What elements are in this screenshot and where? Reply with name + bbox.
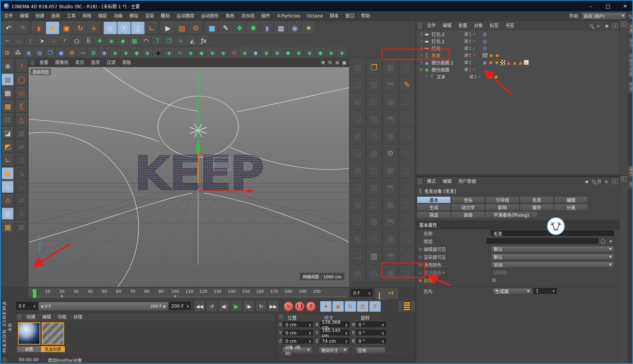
deformer-diamond-icon[interactable]: ◈ [218, 48, 228, 58]
menu-item-创建[interactable]: 创建 [23, 312, 39, 322]
interface-dropdown[interactable]: 启动 (用户)▼ [582, 12, 626, 20]
color-swatch[interactable] [493, 270, 507, 275]
sweep-icon[interactable]: ∿ [175, 36, 186, 46]
deformer-diamond-icon[interactable]: ◈ [240, 48, 250, 58]
cube-small-icon[interactable]: ❒ [164, 36, 175, 46]
tab-挑选[interactable]: 挑选 [417, 211, 451, 218]
range-max-spinner[interactable]: 200 F ▲▼ [169, 302, 191, 311]
palette-icon[interactable]: ◇ [399, 145, 415, 161]
menu-item-用户数据[interactable]: 用户数据 [455, 177, 480, 186]
material-thumbnail[interactable] [18, 322, 40, 345]
deformer-diamond-icon[interactable]: ◈ [337, 48, 347, 58]
search-icon[interactable] [592, 180, 595, 183]
object-row-细分曲面[interactable]: ⊟◉细分曲面✓ [416, 66, 619, 73]
help-icon[interactable]: ? [15, 60, 28, 72]
rotate-tool-icon[interactable]: ↻ [73, 22, 87, 34]
palette-icon[interactable]: ◻ [399, 231, 415, 247]
palette-icon[interactable]: ▧ [366, 145, 382, 161]
enabled-check-icon[interactable]: ✓ [472, 67, 477, 72]
camera-icon[interactable]: ◉ [288, 22, 301, 34]
menu-item-运动图形[interactable]: 运动图形 [197, 11, 222, 21]
disabled-tool-icon[interactable]: ⇄ [15, 140, 28, 153]
render-settings-icon[interactable]: ⚙ [189, 22, 202, 34]
z-axis-lock-icon[interactable]: Ⓩ [131, 22, 145, 34]
palette-icon[interactable]: ▤ [350, 94, 365, 110]
deformer-forbid-icon[interactable]: ⊘ [229, 48, 239, 58]
magnet-icon[interactable]: ∩ [1, 194, 14, 206]
menu-item-功能[interactable]: 功能 [54, 312, 70, 322]
object-tags[interactable]: ◎ [482, 46, 487, 51]
dock-tab-内容浏览器[interactable]: 内容浏览器 [627, 51, 633, 79]
palette-icon[interactable]: ❏ [350, 248, 365, 264]
animation-dot-icon[interactable]: ● [418, 278, 423, 283]
layer-pick-icon[interactable]: ➤ [608, 238, 614, 244]
palette-icon[interactable]: ▤ [350, 265, 365, 281]
light-icon[interactable]: ☀ [302, 22, 315, 34]
key-rotation-button[interactable]: ↻ [345, 301, 356, 312]
axis-mode-icon[interactable]: ∟ [1, 154, 14, 166]
palette-icon[interactable]: ◫ [366, 265, 382, 281]
hatch-tag-icon[interactable] [482, 53, 488, 58]
menu-item-编辑[interactable]: 编辑 [39, 312, 54, 322]
deformer-diamond-icon[interactable]: ◈ [261, 48, 272, 58]
deformer-diamond-icon[interactable]: ◈ [272, 48, 282, 58]
object-name[interactable]: 细分曲面 [431, 66, 464, 73]
current-frame-field[interactable]: 0 F ▲▼ [351, 289, 373, 297]
menu-item-模式[interactable]: 模式 [424, 177, 439, 186]
spline-pen-icon[interactable]: ◠ [140, 36, 152, 46]
dock-tab-场次[interactable]: 场次 [627, 37, 633, 51]
gear-orange-icon[interactable]: ⚙ [2, 48, 12, 58]
tab-生成[interactable]: 生成 [417, 204, 451, 211]
menu-item-对象[interactable]: 对象 [471, 21, 486, 31]
object-row-灯光.2[interactable]: ├▬灯光.2✓◎ [416, 31, 619, 38]
position-mode-dropdown[interactable]: 对象 (相对)▼ [282, 347, 312, 353]
object-tags[interactable]: ●● [487, 74, 499, 79]
disabled-tool-icon[interactable]: ◇ [15, 181, 28, 193]
attr-dropdown-渲染器可见[interactable]: 默认▼ [491, 254, 614, 260]
cloth-tag-icon[interactable]: ▲ [524, 60, 529, 65]
palette-icon[interactable]: ◻ [399, 162, 415, 178]
pan-view-icon[interactable]: ✚ [320, 60, 326, 66]
object-row-细分曲面.1[interactable]: ├▲细分曲面.1◉●●▲▲▲▲ [416, 59, 619, 66]
menu-item-运动跟踪[interactable]: 运动跟踪 [173, 11, 197, 21]
position-X-field[interactable]: 0 cm▲▼ [283, 322, 313, 328]
panel-grip[interactable] [2, 357, 7, 363]
keyframe-marker[interactable] [61, 295, 63, 297]
live-selection-icon[interactable]: ◗ [32, 22, 45, 34]
workplane-icon[interactable]: ▦ [1, 100, 14, 113]
menu-item-查看[interactable]: 查看 [36, 58, 52, 67]
layer-browse-icon[interactable]: ◯ [600, 238, 606, 244]
visibility-toggles[interactable]: ✓ [464, 32, 481, 37]
disabled-tool-icon[interactable]: ⠿ [15, 208, 28, 220]
animation-dot-icon[interactable]: ◎ [418, 262, 423, 267]
rotation-P-field[interactable]: 0 °▲▼ [356, 330, 386, 336]
animation-dot-icon[interactable]: ◎ [418, 270, 423, 275]
palette-icon[interactable]: ◇ [399, 179, 415, 196]
record-keyframe-button[interactable]: ✎ [284, 301, 294, 311]
palette-icon[interactable]: ▤ [350, 128, 365, 144]
rect-select-icon[interactable]: ▭ [15, 87, 28, 99]
dot-tag-icon[interactable]: ● [494, 53, 500, 58]
point-tool-icon[interactable]: ∴ [48, 36, 59, 46]
visibility-toggles[interactable]: ✓ [464, 39, 481, 44]
poly-select-icon[interactable]: △ [15, 114, 28, 126]
toggle-view-icon[interactable]: ▣ [341, 60, 347, 66]
palette-icon[interactable]: ⬒ [383, 179, 398, 196]
search-icon[interactable] [629, 15, 632, 18]
dot-tag-icon[interactable]: ● [493, 74, 499, 79]
palette-icon[interactable]: ◻ [399, 128, 415, 144]
panel-grip[interactable] [30, 60, 35, 65]
undo-icon[interactable]: ↶ [2, 22, 15, 34]
visibility-toggles[interactable]: ✓ [464, 46, 481, 51]
y-axis-lock-icon[interactable]: Ⓨ [117, 22, 131, 34]
object-name[interactable]: 毛发 [431, 52, 464, 58]
cloth-icon[interactable]: ◆ [99, 48, 110, 58]
mograph-icon[interactable]: ❖ [233, 22, 246, 34]
zoom-view-icon[interactable]: ⊕ [334, 60, 340, 66]
enabled-check-icon[interactable]: ✓ [477, 74, 482, 79]
dock-tab-对象[interactable]: 对象 [627, 22, 633, 36]
eye-icon[interactable]: ◉ [604, 23, 610, 29]
edges-mode-icon[interactable]: ◪ [1, 127, 14, 139]
snap-icon[interactable]: Ⓢ [1, 181, 14, 193]
lock-icon[interactable] [598, 181, 601, 183]
